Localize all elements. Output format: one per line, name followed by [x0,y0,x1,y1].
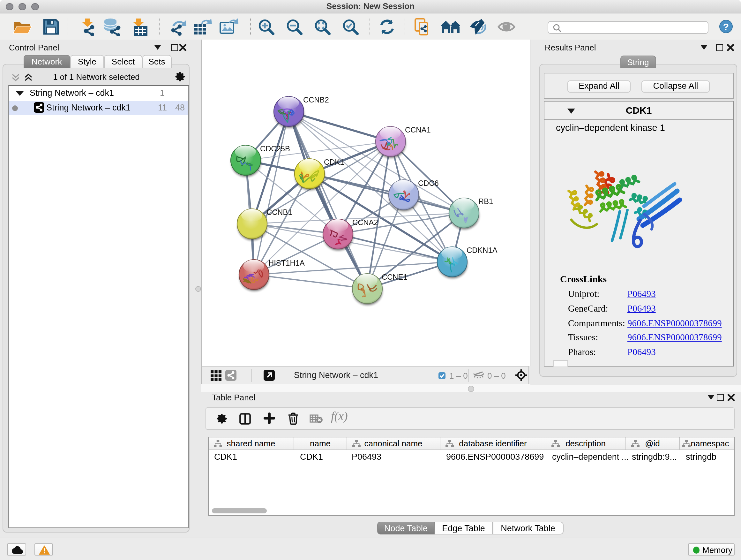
svg-text:CCNA2: CCNA2 [352,218,378,227]
svg-text:CCNB1: CCNB1 [266,208,292,216]
svg-text:CDKN1A: CDKN1A [467,246,497,254]
svg-text:RB1: RB1 [478,197,493,206]
svg-text:CCNE1: CCNE1 [382,273,408,281]
svg-text:CDK1: CDK1 [324,158,344,166]
svg-text:CDC25B: CDC25B [260,144,290,153]
svg-text:CDC6: CDC6 [418,179,439,187]
svg-text:CCNB2: CCNB2 [303,96,329,104]
svg-text:HIST1H1A: HIST1H1A [268,259,305,267]
svg-text:CCNA1: CCNA1 [405,125,431,134]
